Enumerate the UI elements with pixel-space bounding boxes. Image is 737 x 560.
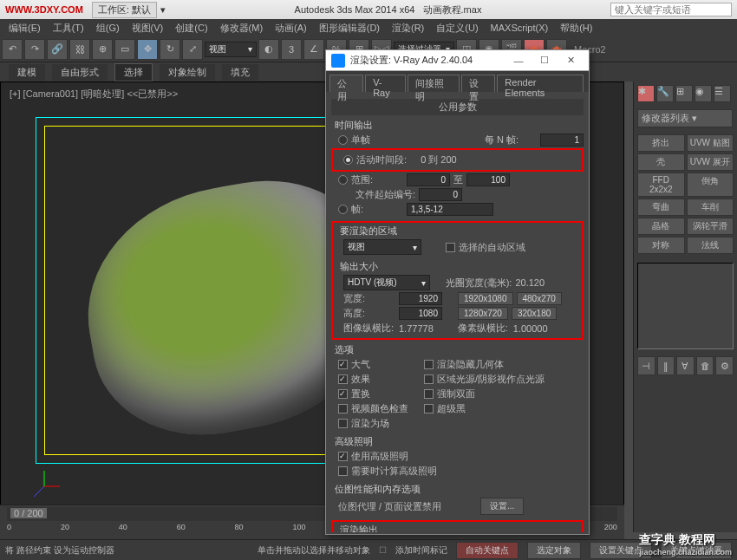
chk-effects[interactable] <box>338 374 348 384</box>
width-spinner[interactable]: 1920 <box>399 292 442 305</box>
chk-arealight[interactable] <box>424 374 434 384</box>
maximize-button[interactable]: ☐ <box>532 55 558 66</box>
stack-item[interactable]: 晶格 <box>637 218 685 235</box>
radio-range[interactable] <box>338 175 348 185</box>
stack-item[interactable]: 倒角 <box>687 173 734 197</box>
menu-item[interactable]: 帮助(H) <box>555 20 597 36</box>
create-tab-icon[interactable]: ✱ <box>637 85 655 102</box>
tab-elements[interactable]: Render Elements <box>497 75 584 92</box>
move-button[interactable]: ✥ <box>137 39 158 60</box>
chk-superblack[interactable] <box>424 404 434 413</box>
rotate-button[interactable]: ↻ <box>160 39 180 60</box>
stack-item[interactable]: 车削 <box>687 199 734 216</box>
selkey-combo[interactable]: 选定对象 <box>527 542 581 559</box>
toolbar-button[interactable]: ⛓ <box>69 39 90 60</box>
preset-button[interactable]: 480x270 <box>517 292 562 305</box>
modify-tab-icon[interactable]: 🔧 <box>656 85 674 102</box>
file-start-spinner[interactable]: 0 <box>419 188 462 201</box>
viewport-label[interactable]: [+] [Camera001] [明暗处理] <<已禁用>> <box>10 88 178 101</box>
tab-gi[interactable]: 间接照明 <box>408 75 460 92</box>
chk-colorcheck[interactable] <box>338 404 348 413</box>
radio-active-range[interactable] <box>343 155 353 165</box>
stack-item[interactable]: 壳 <box>637 153 685 171</box>
menu-item[interactable]: 修改器(M) <box>215 20 269 36</box>
add-time-tag[interactable]: 添加时间标记 <box>395 544 447 557</box>
chk-force2[interactable] <box>424 389 434 399</box>
menu-item[interactable]: 创建(C) <box>170 20 212 36</box>
toolbar-button[interactable]: ↷ <box>24 39 45 60</box>
dialog-titlebar[interactable]: 渲染设置: V-Ray Adv 2.40.04 — ☐ ✕ <box>326 50 589 71</box>
toolbar-button[interactable]: ↶ <box>2 39 23 60</box>
ribbon-tab[interactable]: 建模 <box>9 64 45 81</box>
menu-item[interactable]: 工具(T) <box>48 20 89 36</box>
menu-item[interactable]: MAXScript(X) <box>486 21 554 35</box>
menu-item[interactable]: 组(G) <box>91 20 125 36</box>
tab-common[interactable]: 公用 <box>329 75 363 92</box>
link-button[interactable]: 🔗 <box>47 39 68 60</box>
configure-icon[interactable]: ⚙ <box>715 356 734 375</box>
time-slider-thumb[interactable]: 0 / 200 <box>10 508 47 518</box>
ribbon-tab[interactable]: 填充 <box>222 64 258 81</box>
menu-item[interactable]: 图形编辑器(D) <box>314 20 385 36</box>
snap-toggle[interactable]: 3 <box>281 39 302 60</box>
area-combo[interactable]: 视图 <box>343 239 421 255</box>
stack-item[interactable]: 法线 <box>687 237 734 254</box>
ribbon-tab[interactable]: 对象绘制 <box>160 64 215 81</box>
menu-item[interactable]: 动画(A) <box>270 20 312 36</box>
every-n-spinner[interactable]: 1 <box>540 133 584 147</box>
scale-button[interactable]: ⤢ <box>182 39 203 60</box>
close-button[interactable]: ✕ <box>558 55 584 66</box>
workspace-selector[interactable]: 工作区: 默认 <box>92 2 157 18</box>
pin-stack-icon[interactable]: ⊣ <box>637 356 655 375</box>
angle-snap[interactable]: ∠ <box>303 39 324 60</box>
select-button[interactable]: ▭ <box>114 39 135 60</box>
show-result-icon[interactable]: ‖ <box>657 356 675 375</box>
chk-hidden[interactable] <box>424 360 434 369</box>
modifier-list-combo[interactable]: 修改器列表 ▾ <box>637 109 733 127</box>
chk-adv-compute[interactable] <box>338 466 348 476</box>
range-to-spinner[interactable]: 100 <box>466 173 510 186</box>
ref-coord-combo[interactable]: 视图 <box>205 42 257 57</box>
rollout-header[interactable]: 公用参数 <box>331 99 584 115</box>
stack-item[interactable]: 涡轮平滑 <box>687 218 734 235</box>
remove-modifier-icon[interactable]: 🗑 <box>696 356 714 375</box>
axis-gizmo[interactable] <box>27 469 62 505</box>
radio-frames[interactable] <box>338 205 348 214</box>
chk-displace[interactable] <box>338 389 348 399</box>
stack-listbox[interactable] <box>637 263 734 349</box>
display-tab-icon[interactable]: ☰ <box>714 85 731 102</box>
chk-adv-use[interactable] <box>338 452 348 461</box>
menu-item[interactable]: 编辑(E) <box>3 20 46 36</box>
tab-settings[interactable]: 设置 <box>461 75 495 92</box>
stack-item[interactable]: 挤出 <box>637 134 685 152</box>
stack-item[interactable]: 弯曲 <box>637 199 685 216</box>
frames-input[interactable]: 1,3,5-12 <box>407 203 493 216</box>
preset-button[interactable]: 1280x720 <box>458 307 508 320</box>
stack-item[interactable]: UVW 贴图 <box>687 134 734 152</box>
stack-item[interactable]: 对称 <box>637 237 685 254</box>
stack-item[interactable]: FFD 2x2x2 <box>637 173 685 197</box>
stack-item[interactable]: UVW 展开 <box>687 153 734 171</box>
height-spinner[interactable]: 1080 <box>399 307 442 320</box>
bitmap-setup-button[interactable]: 设置... <box>480 498 524 515</box>
toolbar-button[interactable]: ⊕ <box>92 39 113 60</box>
menu-item[interactable]: 自定义(U) <box>431 20 483 36</box>
range-from-spinner[interactable]: 0 <box>407 173 450 186</box>
ribbon-tab[interactable]: 自由形式 <box>52 64 108 81</box>
chk-field[interactable] <box>338 419 348 428</box>
hierarchy-tab-icon[interactable]: ⊞ <box>675 85 693 102</box>
preset-button[interactable]: 320x180 <box>512 307 557 320</box>
toolbar-button[interactable]: ◐ <box>258 39 279 60</box>
tab-vray[interactable]: V-Ray <box>365 75 406 92</box>
radio-single[interactable] <box>338 135 348 145</box>
menu-item[interactable]: 视图(V) <box>127 20 169 36</box>
chk-atmos[interactable] <box>338 360 348 369</box>
auto-region-check[interactable] <box>446 243 455 252</box>
ribbon-tab[interactable]: 选择 <box>114 63 153 81</box>
output-preset-combo[interactable]: HDTV (视频) <box>343 275 430 290</box>
menu-item[interactable]: 渲染(R) <box>387 20 429 36</box>
make-unique-icon[interactable]: ∀ <box>676 356 695 375</box>
minimize-button[interactable]: — <box>505 55 532 66</box>
autokey-button[interactable]: 自动关键点 <box>456 542 519 559</box>
help-search[interactable] <box>610 3 732 16</box>
